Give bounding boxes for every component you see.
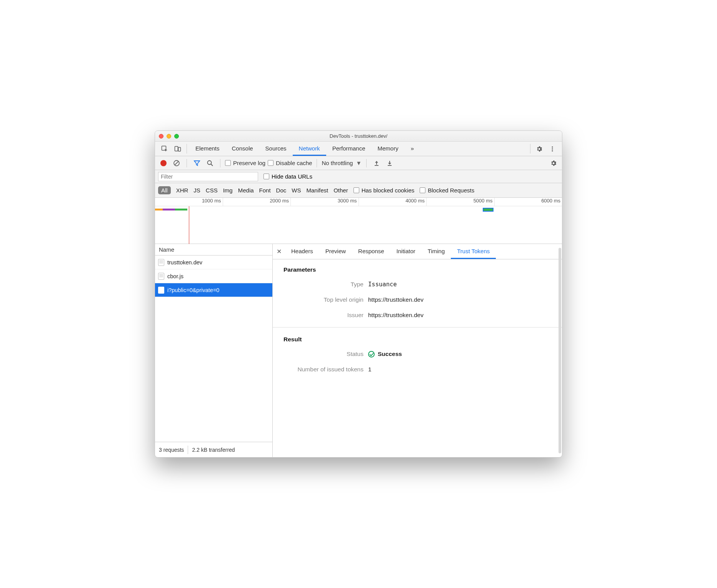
param-key: Top level origin (283, 296, 368, 303)
type-filter-other[interactable]: Other (333, 187, 348, 194)
timeline-tick: 4000 ms (358, 198, 427, 206)
type-filter-manifest[interactable]: Manifest (306, 187, 328, 194)
traffic-lights (159, 134, 179, 139)
filter-row: Hide data URLs (155, 170, 562, 183)
type-filter-js[interactable]: JS (193, 187, 200, 194)
timeline-tick: 1000 ms (155, 198, 223, 206)
minimize-window-icon[interactable] (167, 134, 171, 139)
inspect-element-icon[interactable] (158, 142, 171, 156)
parameters-heading: Parameters (283, 266, 551, 273)
timeline-tick: 6000 ms (494, 198, 562, 206)
status-key: Status (283, 351, 368, 357)
parameter-row: Top level originhttps://trusttoken.dev (283, 296, 551, 303)
svg-point-5 (552, 150, 553, 151)
hide-data-urls-checkbox[interactable]: Hide data URLs (263, 173, 312, 180)
request-name: i?public=0&private=0 (167, 287, 219, 293)
network-timeline[interactable]: 1000 ms2000 ms3000 ms4000 ms5000 ms6000 … (155, 198, 562, 244)
request-detail-panel: ✕ HeadersPreviewResponseInitiatorTimingT… (273, 244, 562, 457)
svg-rect-10 (375, 165, 379, 166)
filter-input[interactable] (158, 172, 258, 181)
window-title: DevTools - trusttoken.dev/ (155, 133, 562, 139)
type-filter-img[interactable]: Img (223, 187, 233, 194)
detail-tab-preview[interactable]: Preview (319, 244, 352, 259)
dropdown-arrow-icon: ▼ (356, 160, 362, 166)
scrollbar-thumb[interactable] (559, 248, 561, 453)
request-list-panel: Name trusttoken.devcbor.jsi?public=0&pri… (155, 244, 273, 457)
network-main: Name trusttoken.devcbor.jsi?public=0&pri… (155, 244, 562, 457)
detail-tab-response[interactable]: Response (352, 244, 390, 259)
detail-tab-trust-tokens[interactable]: Trust Tokens (451, 244, 496, 259)
type-filter-font[interactable]: Font (259, 187, 271, 194)
upload-har-icon[interactable] (371, 158, 382, 169)
trust-tokens-panel: Parameters TypeIssuanceTop level originh… (273, 259, 562, 457)
request-list-header[interactable]: Name (155, 244, 272, 256)
success-check-icon (368, 351, 375, 357)
timeline-selection (483, 208, 494, 212)
timeline-segment (155, 209, 163, 210)
request-row[interactable]: cbor.js (155, 269, 272, 283)
clear-button-icon[interactable] (171, 158, 182, 169)
more-menu-icon[interactable] (546, 142, 559, 156)
issued-tokens-row: Number of issued tokens 1 (283, 366, 551, 373)
zoom-window-icon[interactable] (174, 134, 179, 139)
timeline-tick: 3000 ms (290, 198, 358, 206)
status-value: Success (378, 351, 402, 357)
has-blocked-cookies-checkbox[interactable]: Has blocked cookies (353, 187, 415, 194)
tab-elements[interactable]: Elements (189, 142, 226, 156)
preserve-log-label: Preserve log (233, 160, 265, 166)
preserve-log-checkbox[interactable]: Preserve log (225, 160, 265, 166)
download-har-icon[interactable] (384, 158, 395, 169)
svg-rect-11 (388, 165, 392, 166)
request-name: trusttoken.dev (167, 259, 202, 266)
result-heading: Result (283, 336, 551, 343)
document-icon (158, 273, 164, 280)
svg-point-3 (552, 146, 553, 147)
close-window-icon[interactable] (159, 134, 163, 139)
issued-tokens-value: 1 (368, 366, 372, 373)
svg-rect-2 (178, 147, 181, 151)
tab-sources[interactable]: Sources (259, 142, 293, 156)
settings-gear-icon[interactable] (533, 142, 546, 156)
type-filter-doc[interactable]: Doc (276, 187, 287, 194)
disable-cache-checkbox[interactable]: Disable cache (268, 160, 312, 166)
request-row[interactable]: trusttoken.dev (155, 256, 272, 269)
svg-point-4 (552, 148, 553, 149)
type-filter-xhr[interactable]: XHR (176, 187, 188, 194)
detail-tab-initiator[interactable]: Initiator (390, 244, 422, 259)
type-filter-media[interactable]: Media (238, 187, 254, 194)
svg-line-7 (175, 161, 178, 165)
throttling-dropdown[interactable]: No throttling ▼ (322, 160, 362, 166)
request-row[interactable]: i?public=0&private=0 (155, 283, 272, 297)
type-filter-ws[interactable]: WS (292, 187, 301, 194)
timeline-graph (155, 206, 562, 244)
tab-performance[interactable]: Performance (326, 142, 372, 156)
request-list: trusttoken.devcbor.jsi?public=0&private=… (155, 256, 272, 442)
timeline-segment (163, 209, 175, 210)
param-key: Issuer (283, 312, 368, 319)
timeline-cursor (189, 206, 189, 244)
issued-tokens-key: Number of issued tokens (283, 366, 368, 373)
detail-tab-timing[interactable]: Timing (422, 244, 451, 259)
detail-tabs: ✕ HeadersPreviewResponseInitiatorTimingT… (273, 244, 562, 259)
tabs-overflow-button[interactable]: » (405, 142, 420, 156)
document-icon (158, 259, 164, 266)
param-key: Type (283, 281, 368, 288)
devtools-tabstrip: ElementsConsoleSourcesNetworkPerformance… (155, 142, 562, 156)
network-toolbar: Preserve log Disable cache No throttling… (155, 156, 562, 170)
tab-console[interactable]: Console (226, 142, 259, 156)
network-settings-gear-icon[interactable] (548, 158, 559, 169)
tab-network[interactable]: Network (293, 142, 326, 156)
detail-tab-headers[interactable]: Headers (285, 244, 319, 259)
close-detail-icon[interactable]: ✕ (273, 244, 285, 259)
type-filter-all[interactable]: All (158, 186, 171, 194)
search-icon[interactable] (205, 158, 215, 169)
svg-rect-1 (175, 146, 178, 151)
tab-memory[interactable]: Memory (372, 142, 405, 156)
type-filter-css[interactable]: CSS (206, 187, 218, 194)
record-button[interactable] (158, 158, 169, 169)
titlebar: DevTools - trusttoken.dev/ (155, 131, 562, 142)
status-row: Status Success (283, 351, 551, 357)
blocked-requests-checkbox[interactable]: Blocked Requests (420, 187, 474, 194)
device-toolbar-icon[interactable] (171, 142, 184, 156)
filter-toggle-icon[interactable] (192, 158, 202, 169)
